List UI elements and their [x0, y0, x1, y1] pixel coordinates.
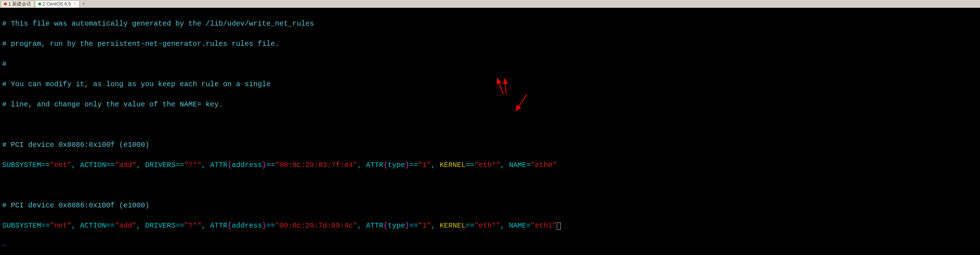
- cursor: [557, 223, 561, 230]
- comment-line: #: [2, 59, 978, 69]
- status-dot-icon: [4, 3, 7, 5]
- close-icon[interactable]: ×: [74, 1, 76, 6]
- status-dot-icon: [38, 3, 41, 5]
- blank-line: [2, 120, 978, 130]
- blank-line: [2, 181, 978, 190]
- comment-line: # PCI device 0x8086:0x100f (e1000): [2, 201, 978, 211]
- udev-rule-line: SUBSYSTEM=="net", ACTION=="add", DRIVERS…: [2, 221, 978, 231]
- tab-session-1[interactable]: 1 新建会话: [1, 0, 34, 8]
- comment-line: # You can modify it, as long as you keep…: [2, 79, 978, 89]
- add-tab-button[interactable]: +: [80, 0, 88, 8]
- comment-line: # line, and change only the value of the…: [2, 100, 978, 110]
- tab-centos[interactable]: 2 CentOS 6.5 ×: [35, 0, 80, 8]
- tab-label: 1 新建会话: [8, 1, 31, 7]
- tab-bar: 1 新建会话 2 CentOS 6.5 × +: [0, 0, 980, 8]
- vim-tilde: ~: [2, 241, 978, 251]
- comment-line: # program, run by the persistent-net-gen…: [2, 39, 978, 49]
- udev-rule-line: SUBSYSTEM=="net", ACTION=="add", DRIVERS…: [2, 160, 978, 170]
- terminal-content[interactable]: # This file was automatically generated …: [0, 8, 980, 255]
- comment-line: # This file was automatically generated …: [2, 19, 978, 29]
- comment-line: # PCI device 0x8086:0x100f (e1000): [2, 140, 978, 150]
- tab-label: 2 CentOS 6.5: [43, 1, 71, 7]
